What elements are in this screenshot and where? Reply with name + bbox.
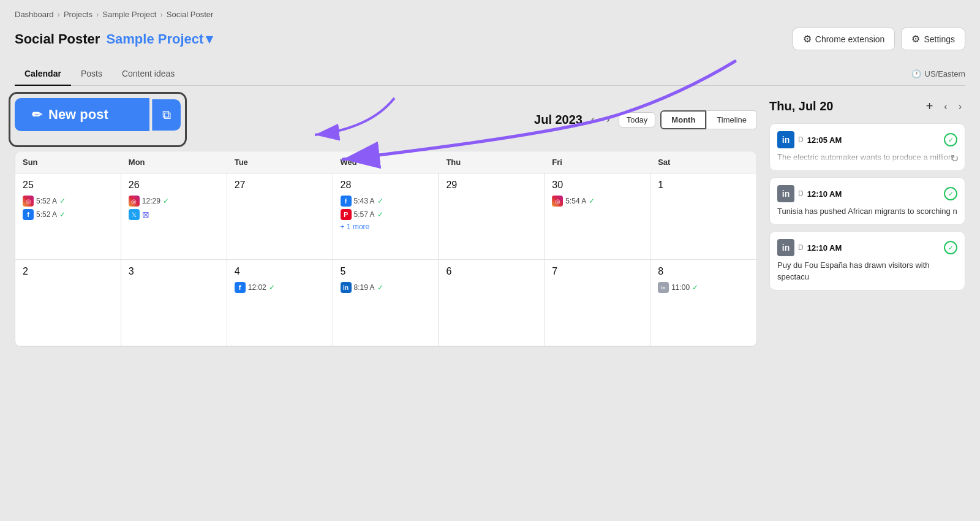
project-selector[interactable]: Sample Project ▾ [106,31,213,47]
tab-calendar[interactable]: Calendar [15,63,71,86]
post-card-text: Tunisia has pushed African migrants to s… [777,206,957,217]
cell-more-link[interactable]: + 1 more [341,222,431,231]
project-name: Sample Project [106,31,203,47]
view-month-button[interactable]: Month [660,110,706,129]
cell-date: 30 [552,180,643,191]
linkedin-icon: in [341,282,352,293]
side-prev-button[interactable]: ‹ [940,100,951,113]
more-events-link[interactable]: + 1 more [341,222,370,231]
breadcrumb-dashboard[interactable]: Dashboard [15,10,54,19]
calendar-prev-btn[interactable]: ‹ [587,112,598,127]
cell-mon-26[interactable]: 26 ◎ 12:29 ✓ 𝕏 ⊠ [121,173,227,259]
chrome-extension-button[interactable]: ⚙ Chrome extension [793,28,895,50]
cell-sat-1[interactable]: 1 [650,173,756,259]
today-button[interactable]: Today [619,112,656,127]
cell-sat-8[interactable]: 8 in 11:00 ✓ [650,260,756,346]
event-time: 5:43 A [354,197,375,205]
view-timeline-button[interactable]: Timeline [706,110,757,129]
cell-date: 1 [658,180,749,191]
chrome-extension-label: Chrome extension [815,34,885,44]
day-header-sun: Sun [15,151,121,173]
side-panel-header: Thu, Jul 20 + ‹ › [769,98,965,115]
post-card-1[interactable]: in D 12:05 AM ✓ The electric automaker w… [769,123,965,171]
tab-content-ideas[interactable]: Content ideas [112,63,184,86]
cell-event[interactable]: ◎ 5:54 A ✓ [552,196,643,207]
event-time: 11:00 [671,283,690,292]
new-post-copy-button[interactable]: ⧉ [152,99,181,131]
post-card-3[interactable]: in D 12:10 AM ✓ Puy du Fou España has dr… [769,231,965,290]
cell-event[interactable]: f 5:52 A ✓ [23,209,113,220]
cell-event[interactable]: in 8:19 A ✓ [341,282,431,293]
linkedin-post-icon: in [777,185,794,202]
new-post-button[interactable]: ✏ New post [15,98,149,131]
new-post-label: New post [48,107,108,123]
check-icon: ✓ [692,283,698,292]
post-card-time: 12:10 AM [807,189,842,199]
cell-event[interactable]: f 12:02 ✓ [235,282,325,293]
settings-button[interactable]: ⚙ Settings [901,28,965,50]
calendar-grid: Sun Mon Tue Wed Thu Fri Sat 25 ◎ 5:5 [15,151,757,347]
side-panel-nav: + ‹ › [922,98,965,115]
cell-thu-6[interactable]: 6 [439,260,545,346]
cell-event[interactable]: f 5:43 A ✓ [341,196,431,207]
post-card-2[interactable]: in D 12:10 AM ✓ Tunisia has pushed Afric… [769,177,965,225]
cell-date: 28 [341,180,431,191]
calendar-row-1: 25 ◎ 5:52 A ✓ f 5:52 A ✓ [15,173,756,260]
cell-date: 5 [341,266,431,277]
check-icon: ✓ [59,210,66,219]
calendar-next-btn[interactable]: › [603,112,613,127]
side-next-button[interactable]: › [955,100,965,113]
linkedin-post-icon: in [777,239,794,256]
timezone-display: 🕐 US/Eastern [911,69,965,78]
cell-event[interactable]: P 5:57 A ✓ [341,209,431,220]
timezone-label: US/Eastern [925,69,965,78]
cell-wed-28[interactable]: 28 f 5:43 A ✓ P 5:57 A ✓ + 1 more [333,173,439,259]
cell-thu-29[interactable]: 29 [439,173,545,259]
cell-event[interactable]: ◎ 5:52 A ✓ [23,196,113,207]
calendar-header-row: Sun Mon Tue Wed Thu Fri Sat [15,151,756,173]
copy-icon: ⧉ [162,108,171,121]
instagram-icon: ◎ [129,196,140,207]
event-time: 12:29 [142,197,160,205]
cell-event[interactable]: 𝕏 ⊠ [129,209,219,220]
cell-tue-27[interactable]: 27 [227,173,333,259]
check-icon: ✓ [589,197,595,205]
new-post-area: ✏ New post ⧉ [15,98,181,131]
check-icon: ✓ [59,197,66,205]
post-card-text: Puy du Fou España has drawn visitors wit… [777,260,957,282]
day-header-fri: Fri [545,151,650,173]
clock-icon: 🕐 [911,69,921,78]
check-icon: ✓ [377,197,383,205]
cell-date: 6 [446,266,537,277]
cell-event[interactable]: in 11:00 ✓ [658,282,749,293]
header-right: ⚙ Chrome extension ⚙ Settings [793,28,965,50]
cell-event[interactable]: ◎ 12:29 ✓ [129,196,219,207]
cell-sun-25[interactable]: 25 ◎ 5:52 A ✓ f 5:52 A ✓ [15,173,121,259]
side-panel: Thu, Jul 20 + ‹ › in D 12:05 AM ✓ Th [769,98,965,347]
breadcrumb-sample-project[interactable]: Sample Project [102,10,156,19]
post-card-label: D [798,189,804,198]
post-card-header: in D 12:10 AM ✓ [777,239,957,256]
cell-wed-5[interactable]: 5 in 8:19 A ✓ [333,260,439,346]
cell-date: 27 [235,180,325,191]
post-card-platform: in D 12:05 AM [777,131,842,148]
check-icon: ✓ [377,210,383,219]
side-add-button[interactable]: + [922,98,937,115]
cell-tue-4[interactable]: 4 f 12:02 ✓ [227,260,333,346]
day-header-thu: Thu [439,151,545,173]
breadcrumb-social-poster: Social Poster [167,10,214,19]
breadcrumb-sep-3: › [160,10,162,19]
check-icon: ✓ [163,197,169,205]
cell-fri-30[interactable]: 30 ◎ 5:54 A ✓ [545,173,650,259]
twitter-icon: 𝕏 [129,209,140,220]
refresh-icon[interactable]: ↻ [951,153,959,164]
cell-mon-3[interactable]: 3 [121,260,227,346]
calendar-month-label: Jul 2023 [534,113,582,127]
pinterest-icon: P [341,209,352,220]
cell-sun-2[interactable]: 2 [15,260,121,346]
instagram-icon: ◎ [23,196,34,207]
cell-fri-7[interactable]: 7 [545,260,650,346]
event-time: 5:52 A [36,197,57,205]
tab-posts[interactable]: Posts [71,63,112,86]
breadcrumb-projects[interactable]: Projects [64,10,92,19]
